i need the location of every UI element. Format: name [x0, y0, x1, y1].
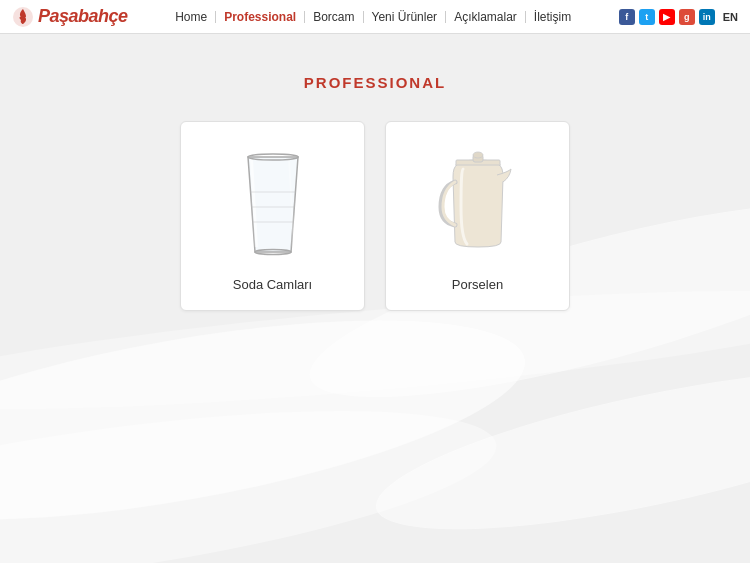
product-image-soda: [196, 142, 349, 267]
nav-iletisim[interactable]: İletişim: [526, 11, 579, 23]
twitter-icon[interactable]: t: [639, 9, 655, 25]
glass-illustration: [233, 147, 313, 262]
logo-icon: [12, 6, 34, 28]
language-button[interactable]: EN: [723, 11, 738, 23]
product-name-porselen: Porselen: [452, 277, 503, 292]
main-content: PROFESSIONAL: [0, 34, 750, 311]
header: Paşabahçe Home Professional Borcam Yeni …: [0, 0, 750, 34]
main-nav: Home Professional Borcam Yeni Ürünler Aç…: [167, 11, 579, 23]
nav-aciklamalar[interactable]: Açıklamalar: [446, 11, 526, 23]
product-card-soda[interactable]: Soda Camları: [180, 121, 365, 311]
page-title: PROFESSIONAL: [304, 74, 446, 91]
svg-point-14: [473, 152, 483, 158]
googleplus-icon[interactable]: g: [679, 9, 695, 25]
product-cards: Soda Camları: [180, 121, 570, 311]
facebook-icon[interactable]: f: [619, 9, 635, 25]
nav-professional[interactable]: Professional: [216, 11, 305, 23]
product-card-porselen[interactable]: Porselen: [385, 121, 570, 311]
svg-point-0: [0, 280, 539, 559]
header-right: f t ▶ g in EN: [619, 9, 738, 25]
linkedin-icon[interactable]: in: [699, 9, 715, 25]
svg-point-2: [0, 375, 506, 563]
logo[interactable]: Paşabahçe: [12, 6, 128, 28]
nav-yeni-urunler[interactable]: Yeni Ürünler: [364, 11, 447, 23]
logo-text: Paşabahçe: [38, 6, 128, 27]
pitcher-illustration: [433, 147, 523, 262]
svg-point-3: [365, 338, 750, 562]
nav-borcam[interactable]: Borcam: [305, 11, 363, 23]
product-image-porselen: [401, 142, 554, 267]
nav-home[interactable]: Home: [167, 11, 216, 23]
youtube-icon[interactable]: ▶: [659, 9, 675, 25]
product-name-soda: Soda Camları: [233, 277, 312, 292]
